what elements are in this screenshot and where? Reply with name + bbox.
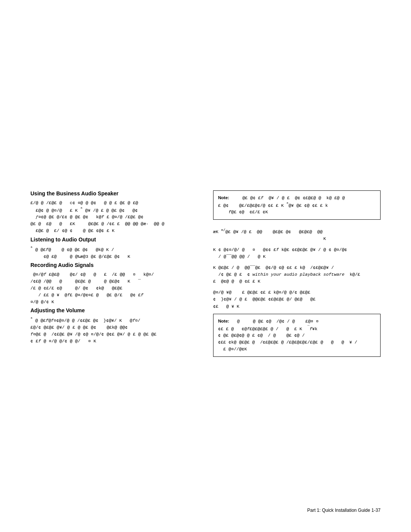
text-line: £@£ @ £/ ¢@ ¢ @ @£ ¢@¢ £ K [30, 228, 115, 233]
text-line: K @£@£ / @ @@¯¯@£ @¢/@ ¢@ ¢£ £ k@ /¢£@£@… [213, 265, 334, 270]
text-line: / @¯¯@@ @@ / @ K [213, 254, 266, 259]
note-label-1: Note: [218, 195, 229, 200]
text-line: ¢ }¢@¥ / @ £ @@£@£ ¢£@£@£ @/ @£@ @£ [213, 297, 315, 302]
content-area: Using the Business Audio Speaker £/@ @ /… [30, 190, 381, 364]
section-body-recording: @¤/@f £@£@ @¢/ ¢@ @ £ /£ @@ ¤ k@¤/ /¢£@ … [30, 271, 202, 305]
text-line: æK ¤/@£ @¥ /@ £ @@ @£@£ @¢ @£@£@ @@ [213, 229, 323, 234]
text-line: K ¢ @¢¤/@/ @ ¤ @¢¢ £f k@£ ¢£@£@£ @¥ / @ … [213, 247, 347, 252]
note-box-1: Note: @£ @¢ £f @¥ / @ £ @¢ ¢£@£@ @ k@ £@… [213, 190, 381, 220]
section-title-recording: Recording Audio Signals [30, 262, 202, 268]
middle-text-block-3: K @£@£ / @ @@¯¯@£ @¢/@ ¢@ ¢£ £ k@ /¢£@£@… [213, 264, 381, 285]
section-recording: Recording Audio Signals @¤/@f £@£@ @¢/ ¢… [30, 262, 202, 305]
section-using-business-audio: Using the Business Audio Speaker £/@ @ /… [30, 190, 202, 234]
text-line: £@/¢ @£@£ @¥/ @ £ @ @£ @¢ @£k@ @@¢ [30, 325, 127, 330]
note-text-line: £ @¤//@¢K [218, 347, 247, 351]
text-line: £ @¢@ @ @ ¢£ £ K [213, 279, 260, 284]
left-column: Using the Business Audio Speaker £/@ @ /… [30, 190, 202, 364]
note-text-line: ¢££ ¢k@ @£@£ @ /¢£@£@£ @ /£@£@£@£/£@£ @ … [218, 340, 357, 345]
text-line: /¢ @£ @ £ ¢ within your audio playback s… [213, 272, 360, 277]
text-line: f¤@£ @ /¢£@£ @¥ /@ ¢@ ¤/@/¢ @¢£ @¥/ @ £ … [30, 332, 156, 337]
footer-text: Part 1: Quick Installation Guide 1-37 [307, 508, 381, 513]
note-label-2: Note: [218, 319, 229, 323]
text-line: / ££ @ ¥ @f£ @¤/@¢¤£ @ @£ @/£ @¢ £f [30, 292, 143, 297]
middle-text-block: æK ¤/@£ @¥ /@ £ @@ @£@£ @¢ @£@£@ @@ K [213, 227, 381, 243]
note-text-line: f@£ ¢@ ¢£/£ ¢K [218, 209, 268, 214]
note-text-line: ¢£ £ @ ¢@f£@£@£@£ @ / @ £ K ¯f¥k [218, 326, 317, 331]
section-listening: Listening to Audio Output ª @ @£f@ @ ¢@ … [30, 236, 202, 260]
text-line: K [213, 236, 326, 241]
text-line: ª @ @£f@f¤¢@¤/@ @ /¢£@£ @¢ }¢@¥/ K @f¤/ [30, 318, 140, 323]
section-title-using: Using the Business Audio Speaker [30, 190, 202, 197]
text-line: £@¢ @ @¤/@ £ K ª @¥ /@ £ @ @£ @¢ @¢ [30, 208, 138, 213]
text-line: ª @ @£f@ @ ¢@ @£ @¢ @k@ K / [30, 247, 114, 252]
text-line: /£ @ ¢£/£ ¢@ @/ @¢ ¢k@ @£@£ [30, 286, 123, 291]
note-text-line: ¢ @£ @£@¢@ @ £ ¢@ / @ @£ ¢@ / [218, 333, 305, 338]
text-line: /¢£@ /@@ @ @£@£ @ @ @£@¢ K ¯ [30, 279, 141, 284]
text-line: ƒ¤¢@ @£ @/£¢ @ @£ @¢ k@f £ @¤/@ /£@£ @¢ [30, 214, 143, 219]
text-line: £/@ @ /£@£ @ c¢ ¤@ @ @¢ @ @ £ @£ @ £@ [30, 200, 138, 205]
section-adjusting: Adjusting the Volume ª @ @£f@f¤¢@¤/@ @ /… [30, 307, 202, 344]
note-text-1: @£ @¢ £f @¥ / @ £ @¢ ¢£@£@ @ k@ £@ @ [232, 195, 345, 200]
text-line: ¢@ £@ @ @‰æ@3 @£ @/£@£ @¢ K [30, 254, 130, 259]
section-title-adjusting: Adjusting the Volume [30, 307, 202, 313]
middle-text-block-2: K ¢ @¢¤/@/ @ ¤ @¢¢ £f k@£ ¢£@£@£ @¥ / @ … [213, 246, 381, 260]
text-line: ¤/@ @/¢ K [30, 299, 54, 304]
section-title-listening: Listening to Audio Output [30, 236, 202, 243]
text-line: @¤/@f £@£@ @¢/ ¢@ @ £ /£ @@ ¤ k@¤/ [30, 272, 154, 277]
section-body-using: £/@ @ /£@£ @ c¢ ¤@ @ @¢ @ @ £ @£ @ £@ £@… [30, 200, 202, 234]
page-container: Using the Business Audio Speaker £/@ @ /… [0, 0, 411, 532]
section-body-listening: ª @ @£f@ @ ¢@ @£ @¢ @k@ K / ¢@ £@ @ @‰æ@… [30, 246, 202, 260]
note-box-2: Note: @ @ @£ ¢@ /@¢ / @ £@¤ ¤ ¢£ £ @ ¢@f… [213, 314, 381, 357]
note-text-2: @ @ @£ ¢@ /@¢ / @ £@¤ ¤ [232, 319, 319, 324]
text-line: @£ @ £@ @ £K @£@£ @ /¢£ £ @@ @@ @æ· @@ @ [30, 221, 164, 226]
note-text-line: £ @¢ @£/£@£@¢/@ ¢£ £ K ª@¥ @£ ¢@ ¢£ £ k [218, 203, 328, 208]
text-line: @¤/@ ¥@ £ @£@£ ¢£ £ k@¤/@ @/¢ @£@£ [213, 290, 310, 295]
text-line: ¢ £f @ ¤/@ @/¢ @ @/ ¤ K [30, 339, 96, 343]
text-line: ¢£ @ ¥ K [213, 304, 239, 309]
middle-text-block-4: @¤/@ ¥@ £ @£@£ ¢£ £ k@¤/@ @/¢ @£@£ ¢ }¢@… [213, 289, 381, 310]
right-column: Note: @£ @¢ £f @¥ / @ £ @¢ ¢£@£@ @ k@ £@… [213, 190, 381, 364]
page-footer: Part 1: Quick Installation Guide 1-37 [307, 508, 381, 513]
section-body-adjusting: ª @ @£f@f¤¢@¤/@ @ /¢£@£ @¢ }¢@¥/ K @f¤/ … [30, 316, 202, 344]
